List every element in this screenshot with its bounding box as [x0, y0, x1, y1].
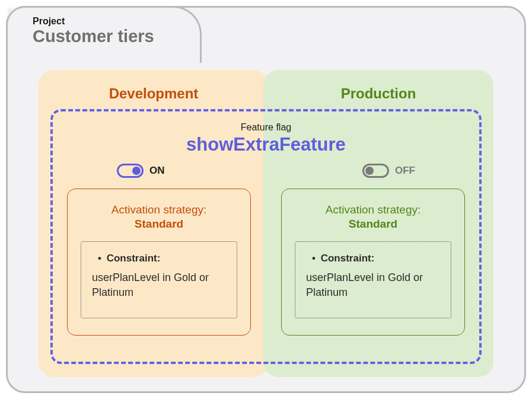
toggle-label-production: OFF: [395, 165, 415, 177]
strategy-value-production: Standard: [295, 218, 451, 231]
constraint-box-development: Constraint: userPlanLevel in Gold or Pla…: [81, 241, 237, 318]
constraint-text-development: userPlanLevel in Gold or Platinum: [92, 270, 226, 300]
project-tab: Project Customer tiers: [6, 6, 202, 63]
toggle-label-development: ON: [149, 165, 165, 177]
constraint-box-production: Constraint: userPlanLevel in Gold or Pla…: [295, 241, 451, 318]
environment-production-title: Production: [263, 85, 493, 102]
toggle-switch-on-icon: [117, 164, 144, 178]
toggle-development[interactable]: ON: [117, 164, 165, 178]
constraint-text-production: userPlanLevel in Gold or Platinum: [306, 270, 440, 300]
toggle-production[interactable]: OFF: [362, 164, 415, 178]
environment-development-title: Development: [39, 85, 269, 102]
strategy-title-production: Activation strategy:: [295, 203, 451, 216]
strategy-value-development: Standard: [81, 218, 237, 231]
strategy-box-development: Activation strategy: Standard Constraint…: [67, 189, 251, 336]
strategy-box-production: Activation strategy: Standard Constraint…: [281, 189, 465, 336]
project-name: Customer tiers: [33, 27, 200, 46]
content-area: Development Production Feature flag show…: [39, 70, 493, 374]
project-container: Project Customer tiers Development Produ…: [6, 6, 526, 393]
strategy-title-development: Activation strategy:: [81, 203, 237, 216]
toggle-switch-off-icon: [362, 164, 389, 178]
project-label: Project: [33, 16, 200, 27]
constraint-label-production: Constraint:: [312, 253, 440, 264]
constraint-label-development: Constraint:: [98, 253, 226, 264]
